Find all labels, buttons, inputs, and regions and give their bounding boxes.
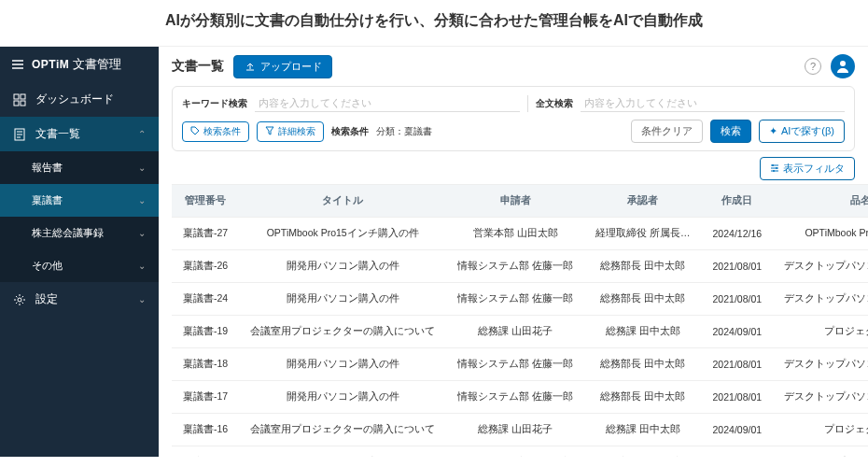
cell-id: 稟議書-24: [172, 283, 239, 316]
cell-approver: 総務課 田中太郎: [584, 414, 701, 446]
chevron-down-icon: ⌄: [138, 261, 146, 271]
sidebar-item-label: 稟議書: [32, 193, 63, 207]
table-header-row: 管理番号 タイトル 申請者 承認者 作成日 品名 価格: [172, 185, 868, 218]
menu-icon[interactable]: [11, 58, 24, 71]
conditions-label: 検索条件: [331, 125, 369, 138]
display-filter-button[interactable]: 表示フィルタ: [760, 157, 855, 180]
cell-id: 稟議書-26: [172, 250, 239, 283]
sidebar-item-documents[interactable]: 文書一覧 ⌃: [0, 117, 159, 151]
sidebar-submenu: 報告書 ⌄ 稟議書 ⌄ 株主総会議事録 ⌄ その他 ⌄: [0, 151, 159, 282]
cell-id: 稟議書-27: [172, 218, 239, 250]
sidebar-item-label: 文書一覧: [35, 126, 80, 142]
col-date[interactable]: 作成日: [702, 185, 774, 218]
help-icon[interactable]: ?: [805, 58, 821, 75]
svg-rect-0: [14, 94, 19, 99]
cell-date: 2024/12/16: [702, 218, 774, 250]
chevron-down-icon: ⌄: [138, 294, 146, 304]
cell-item: OPTiMbook Pro15インチ: [773, 218, 868, 250]
table-row[interactable]: 稟議書-19会議室用プロジェクターの購入について総務課 山田花子総務課 田中太郎…: [172, 316, 868, 348]
table-row[interactable]: 稟議書-27OPTiMbook Pro15インチ購入の件営業本部 山田太郎経理取…: [172, 218, 868, 250]
search-conditions-button[interactable]: 検索条件: [182, 121, 249, 142]
search-button[interactable]: 検索: [710, 120, 751, 143]
ai-search-button[interactable]: ✦ AIで探す(β): [759, 120, 845, 143]
chevron-down-icon: ⌄: [138, 228, 146, 238]
main-content: 文書一覧 アップロード ? キーワード検索 全文検索: [159, 47, 868, 457]
app-shell: OPTiM 文書管理 ダッシュボード 文書一覧 ⌃ 報告書: [0, 46, 868, 457]
cell-approver: 経理取締役 所属長…: [584, 218, 701, 250]
detail-search-button[interactable]: 詳細検索: [257, 121, 324, 142]
cell-id: 稟議書-19: [172, 316, 239, 348]
brand-logo: OPTiM 文書管理: [32, 56, 121, 73]
sidebar-sub-report[interactable]: 報告書 ⌄: [0, 151, 159, 184]
fulltext-search-input[interactable]: [581, 94, 846, 112]
cell-approver: 総務部長 田中太郎: [584, 381, 701, 414]
col-applicant[interactable]: 申請者: [446, 185, 584, 218]
page-title: AIが分類別に文書の自動仕分けを行い、分類に合わせた管理台帳をAIで自動作成: [0, 0, 868, 46]
chevron-down-icon: ⌄: [138, 195, 146, 205]
table-row[interactable]: 稟議書-16会議室用プロジェクターの購入について総務課 山田花子総務課 田中太郎…: [172, 414, 868, 446]
upload-label: アップロード: [260, 60, 322, 74]
sliders-icon: [770, 163, 779, 175]
table-container[interactable]: 管理番号 タイトル 申請者 承認者 作成日 品名 価格 稟議書-27OPTiMb…: [172, 184, 868, 457]
search-panel: キーワード検索 全文検索 検索条件 詳細検索: [172, 86, 855, 151]
cell-item: デスクトップパソコンABC-DDD1: [773, 381, 868, 414]
chip-label: 詳細検索: [278, 125, 315, 138]
col-id[interactable]: 管理番号: [172, 185, 239, 218]
keyword-search-input[interactable]: [255, 94, 520, 112]
cell-item: デスクトップパソコンABC-DDD1: [773, 250, 868, 283]
sidebar-sub-minutes[interactable]: 株主総会議事録 ⌄: [0, 217, 159, 249]
sidebar-item-dashboard[interactable]: ダッシュボード: [0, 82, 159, 117]
clear-conditions-button[interactable]: 条件クリア: [631, 120, 703, 143]
cell-date: 2021/08/01: [702, 250, 774, 283]
content-title: 文書一覧: [172, 58, 224, 75]
upload-button[interactable]: アップロード: [233, 55, 332, 78]
separator: [527, 95, 528, 112]
cell-applicant: 情報システム部 佐藤一郎: [446, 348, 584, 381]
documents-table: 管理番号 タイトル 申請者 承認者 作成日 品名 価格 稟議書-27OPTiMb…: [172, 185, 868, 457]
table-row[interactable]: 稟議書-15開発用パソコン購入の件情報システム部 佐藤一郎総務部長 田中太郎20…: [172, 446, 868, 458]
col-item[interactable]: 品名: [773, 185, 868, 218]
fulltext-search-label: 全文検索: [536, 97, 573, 110]
tag-icon: [190, 126, 200, 137]
cell-id: 稟議書-16: [172, 414, 239, 446]
document-icon: [13, 128, 26, 141]
ai-search-label: AIで探す(β): [781, 124, 834, 138]
table-row[interactable]: 稟議書-24開発用パソコン購入の件情報システム部 佐藤一郎総務部長 田中太郎20…: [172, 283, 868, 316]
cell-title: 会議室用プロジェクターの購入について: [239, 316, 446, 348]
svg-point-8: [776, 167, 777, 169]
topbar: 文書一覧 アップロード ?: [159, 47, 868, 86]
sidebar-sub-ringi[interactable]: 稟議書 ⌄: [0, 184, 159, 217]
sidebar-item-settings[interactable]: 設定 ⌄: [0, 282, 159, 317]
cell-title: 開発用パソコン購入の件: [239, 446, 446, 458]
svg-point-6: [840, 61, 846, 66]
svg-point-5: [18, 298, 21, 302]
cell-applicant: 情報システム部 佐藤一郎: [446, 381, 584, 414]
filter-bar: 表示フィルタ: [159, 151, 868, 184]
dashboard-icon: [13, 93, 26, 106]
col-approver[interactable]: 承認者: [584, 185, 701, 218]
cell-date: 2021/08/01: [702, 283, 774, 316]
cell-applicant: 情報システム部 佐藤一郎: [446, 446, 584, 458]
display-filter-label: 表示フィルタ: [783, 162, 845, 176]
col-title[interactable]: タイトル: [239, 185, 446, 218]
gear-icon: [13, 293, 26, 306]
conditions-text: 分類：稟議書: [376, 125, 432, 138]
cell-approver: 総務部長 田中太郎: [584, 446, 701, 458]
cell-date: 2021/08/01: [702, 381, 774, 414]
cell-item: プロジェクター: [773, 414, 868, 446]
brand-name: OPTiM: [32, 58, 69, 71]
sidebar-sub-other[interactable]: その他 ⌄: [0, 249, 159, 282]
cell-applicant: 総務課 山田花子: [446, 414, 584, 446]
svg-point-9: [773, 170, 775, 172]
cell-title: 開発用パソコン購入の件: [239, 250, 446, 283]
table-row[interactable]: 稟議書-26開発用パソコン購入の件情報システム部 佐藤一郎総務部長 田中太郎20…: [172, 250, 868, 283]
table-row[interactable]: 稟議書-17開発用パソコン購入の件情報システム部 佐藤一郎総務部長 田中太郎20…: [172, 381, 868, 414]
avatar[interactable]: [831, 54, 855, 78]
cell-item: プロジェクター: [773, 316, 868, 348]
svg-rect-2: [14, 101, 19, 106]
sidebar-item-label: 株主総会議事録: [32, 226, 104, 240]
keyword-search-label: キーワード検索: [182, 97, 247, 110]
cell-title: OPTiMbook Pro15インチ購入の件: [239, 218, 446, 250]
table-row[interactable]: 稟議書-18開発用パソコン購入の件情報システム部 佐藤一郎総務部長 田中太郎20…: [172, 348, 868, 381]
sparkle-icon: ✦: [769, 125, 777, 137]
